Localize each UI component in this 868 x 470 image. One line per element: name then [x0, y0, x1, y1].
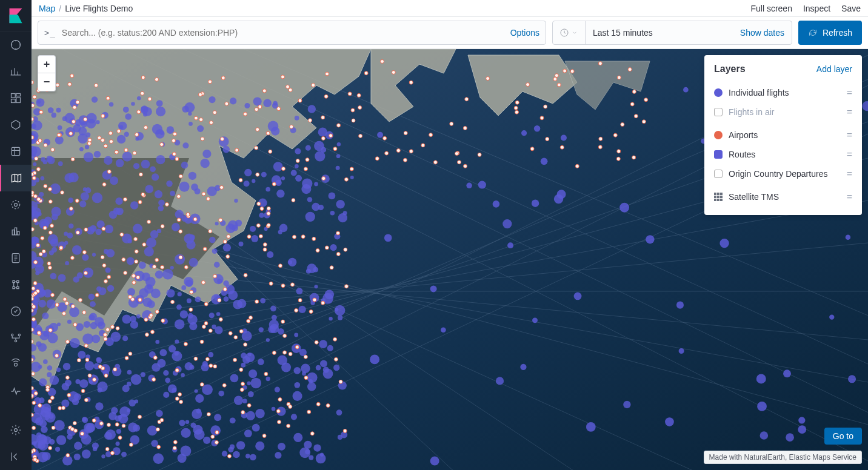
nav-monitoring[interactable] [0, 351, 32, 378]
layer-swatch [714, 88, 723, 97]
nav-logs[interactable] [0, 245, 32, 271]
layers-title: Layers [714, 64, 746, 74]
layer-swatch [714, 193, 723, 201]
nav-dashboard[interactable] [0, 85, 32, 111]
svg-rect-2 [16, 94, 21, 96]
nav-canvas[interactable] [0, 111, 32, 138]
drag-handle-icon[interactable]: = [847, 107, 852, 117]
calendar-icon[interactable] [553, 21, 586, 44]
nav-maps[interactable] [0, 165, 32, 191]
search-options-button[interactable]: Options [504, 28, 539, 38]
layer-item-2[interactable]: Airports= [714, 125, 852, 145]
nav-graph[interactable] [0, 271, 32, 298]
svg-rect-5 [12, 147, 19, 155]
layer-name: Airports [729, 130, 841, 140]
layer-name: Routes [729, 150, 841, 159]
search-input[interactable] [62, 28, 504, 38]
drag-handle-icon[interactable]: = [847, 169, 852, 179]
svg-rect-3 [16, 98, 21, 102]
inspect-button[interactable]: Inspect [803, 4, 830, 13]
layer-name: Individual flights [729, 88, 841, 98]
nav-apm[interactable] [0, 218, 32, 245]
console-icon: >_ [44, 28, 56, 38]
layer-name: Flights in air [729, 107, 841, 117]
nav-collapse[interactable] [0, 443, 32, 470]
layer-swatch [714, 150, 723, 159]
goto-button[interactable]: Go to [824, 428, 862, 445]
nav-infra[interactable] [0, 138, 32, 165]
nav-ml[interactable] [0, 191, 32, 218]
refresh-button[interactable]: Refresh [798, 21, 862, 45]
top-toolbar: Map / Live Flights Demo Full screen Insp… [32, 0, 868, 17]
layer-swatch [714, 108, 723, 116]
map-canvas[interactable]: + − Layers Add layer Individual flights=… [32, 49, 868, 470]
svg-point-7 [12, 200, 19, 208]
refresh-icon [808, 28, 818, 38]
layer-item-1[interactable]: Flights in air= [714, 102, 852, 122]
svg-rect-4 [12, 99, 16, 103]
layer-name: Satellite TMS [729, 192, 841, 202]
layer-item-3[interactable]: Routes= [714, 145, 852, 164]
svg-point-14 [15, 429, 18, 432]
layer-swatch [714, 131, 723, 139]
time-range-value: Last 15 minutes [593, 28, 653, 38]
query-bar: >_ Options Last 15 minutes Show dates Re… [32, 17, 868, 49]
svg-point-13 [15, 363, 18, 366]
show-dates-button[interactable]: Show dates [740, 28, 784, 38]
layer-item-4[interactable]: Origin Country Departures= [714, 164, 852, 184]
drag-handle-icon[interactable]: = [847, 88, 852, 98]
nav-uptime[interactable] [0, 298, 32, 325]
layers-panel: Layers Add layer Individual flights=Flig… [704, 55, 862, 215]
breadcrumb-current: Live Flights Demo [65, 4, 133, 13]
drag-handle-icon[interactable]: = [847, 192, 852, 202]
drag-handle-icon[interactable]: = [847, 130, 852, 140]
map-attribution: Made with NaturalEarth, Elastic Maps Ser… [704, 451, 862, 464]
kibana-logo[interactable] [0, 0, 32, 31]
drag-handle-icon[interactable]: = [847, 150, 852, 159]
svg-rect-1 [12, 94, 16, 98]
add-layer-button[interactable]: Add layer [816, 64, 852, 74]
layer-item-0[interactable]: Individual flights= [714, 83, 852, 102]
layer-name: Origin Country Departures [729, 169, 841, 179]
nav-management[interactable] [0, 417, 32, 443]
save-button[interactable]: Save [841, 4, 861, 13]
layer-swatch [714, 170, 723, 178]
svg-point-10 [12, 334, 13, 336]
nav-heartbeat[interactable] [0, 378, 32, 405]
breadcrumb: Map / Live Flights Demo [39, 4, 133, 13]
search-box[interactable]: >_ Options [38, 21, 546, 45]
svg-point-11 [18, 334, 20, 336]
zoom-out-button[interactable]: − [38, 73, 56, 91]
nav-devtools[interactable] [0, 325, 32, 351]
nav-discover[interactable] [0, 31, 32, 58]
time-picker[interactable]: Last 15 minutes Show dates [552, 21, 792, 45]
svg-point-6 [15, 204, 18, 207]
svg-point-12 [15, 340, 16, 342]
layer-item-5[interactable]: Satellite TMS= [714, 187, 852, 207]
fullscreen-button[interactable]: Full screen [750, 4, 792, 13]
zoom-in-button[interactable]: + [38, 55, 56, 73]
breadcrumb-root[interactable]: Map [39, 4, 55, 13]
zoom-control: + − [38, 55, 56, 91]
svg-point-0 [12, 41, 21, 50]
app-sidebar [0, 0, 32, 470]
nav-visualize[interactable] [0, 58, 32, 85]
